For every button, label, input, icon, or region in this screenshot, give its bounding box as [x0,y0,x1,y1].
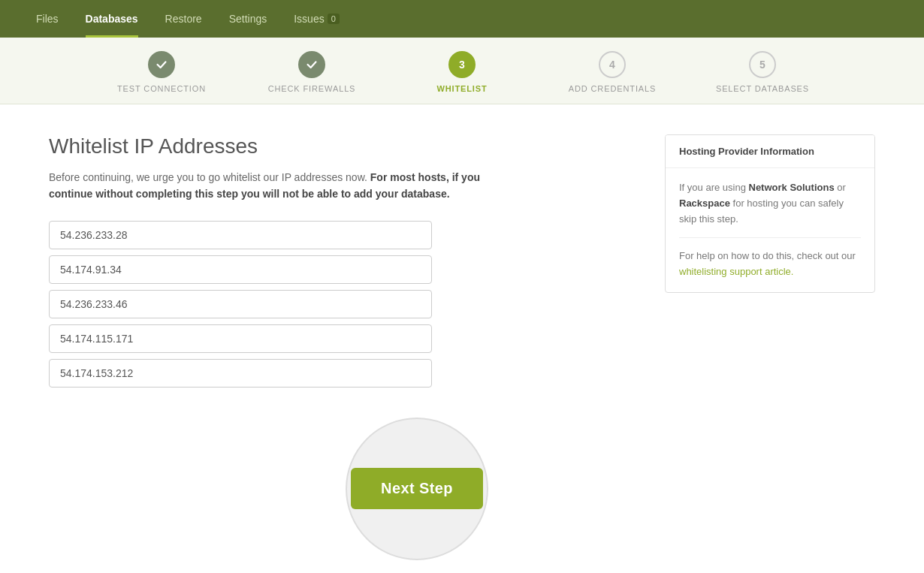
info-box-body: If you are using Network Solutions or Ra… [666,168,874,292]
left-panel: Whitelist IP Addresses Before continuing… [49,134,635,560]
next-step-circle: Next Step [346,418,488,560]
nav-files[interactable]: Files [23,0,72,38]
intro-text: Before continuing, we urge you to go whi… [49,169,500,203]
ip-field-1[interactable] [49,221,432,249]
next-step-button[interactable]: Next Step [351,468,483,509]
ip-field-4[interactable] [49,324,432,353]
nav-issues[interactable]: Issues 0 [280,0,353,38]
nav-restore[interactable]: Restore [152,0,216,38]
step-5-label: SELECT DATABASES [716,84,809,93]
info-help-text: For help on how to do this, check out ou… [679,249,861,280]
step-4: 4 ADD CREDENTIALS [537,51,687,93]
info-bold-2: Rackspace [679,198,730,209]
step-3-circle: 3 [448,51,476,78]
whitelist-support-link[interactable]: whitelisting support article. [679,266,793,277]
step-1-label: TEST CONNECTION [117,84,206,93]
step-1-circle [148,51,175,78]
next-step-wrap: Next Step [49,418,635,560]
issues-badge: 0 [328,14,340,24]
steps-bar: TEST CONNECTION CHECK FIREWALLS 3 WHITEL… [0,38,924,104]
step-5: 5 SELECT DATABASES [687,51,838,93]
step-2-label: CHECK FIREWALLS [268,84,356,93]
info-body-text: If you are using Network Solutions or Ra… [679,180,861,227]
right-panel: Hosting Provider Information If you are … [665,134,875,560]
page-title: Whitelist IP Addresses [49,134,635,158]
nav-settings[interactable]: Settings [216,0,281,38]
step-5-circle: 5 [749,51,776,78]
info-bold-1: Network Solutions [749,182,835,193]
info-box: Hosting Provider Information If you are … [665,134,875,293]
ip-field-3[interactable] [49,290,432,318]
step-3: 3 WHITELIST [387,51,537,93]
step-1: TEST CONNECTION [86,51,237,93]
ip-field-5[interactable] [49,359,432,388]
main-content: Whitelist IP Addresses Before continuing… [11,104,913,573]
step-4-circle: 4 [599,51,626,78]
step-2: CHECK FIREWALLS [237,51,387,93]
step-3-label: WHITELIST [436,84,487,93]
step-4-label: ADD CREDENTIALS [569,84,657,93]
info-divider [679,237,861,238]
info-box-header: Hosting Provider Information [666,135,874,168]
nav-databases[interactable]: Databases [72,0,152,38]
step-2-circle [298,51,325,78]
top-nav: Files Databases Restore Settings Issues … [0,0,924,38]
ip-field-2[interactable] [49,255,432,284]
